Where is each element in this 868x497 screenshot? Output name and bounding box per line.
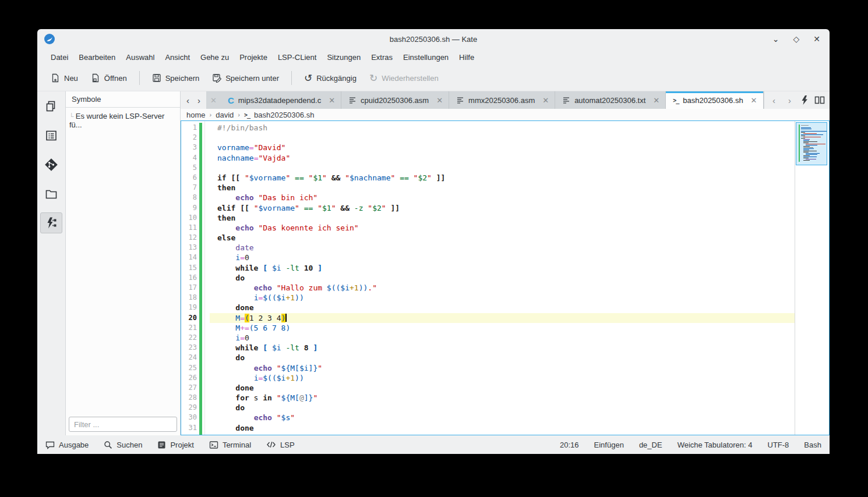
tabs-scroll-left-icon[interactable]: ‹ — [183, 96, 193, 105]
code-line[interactable]: 5 — [181, 163, 795, 173]
code-line[interactable]: 1#!/bin/bash — [181, 123, 795, 133]
minimap-viewport[interactable] — [796, 122, 827, 165]
new-document-icon — [51, 73, 60, 83]
code-line[interactable]: 6if [[ "$vorname" == "$1" && "$nachname"… — [181, 173, 795, 183]
menu-item-einstellungen[interactable]: Einstellungen — [398, 51, 454, 64]
view-history-forward-icon[interactable]: › — [785, 96, 795, 105]
filesystem-toolview-button[interactable] — [40, 125, 62, 146]
dictionary[interactable]: de_DE — [639, 441, 662, 449]
titlebar[interactable]: bash20250306.sh — Kate ⌄ ◇ ✕ — [37, 29, 830, 49]
code-line[interactable]: 17 echo "Hallo zum $(($i+1))." — [181, 283, 795, 293]
menu-item-sitzungen[interactable]: Sitzungen — [322, 51, 366, 64]
save-icon — [152, 73, 161, 83]
tab-cpuid20250306.asm[interactable]: cpuid20250306.asm✕ — [341, 91, 449, 109]
code-line[interactable]: 29 do — [181, 403, 795, 413]
code-text: i=$(($i+1)) — [210, 373, 795, 383]
code-line[interactable]: 3vorname="David" — [181, 143, 795, 152]
menu-item-hilfe[interactable]: Hilfe — [454, 51, 479, 64]
breadcrumb-dir-david[interactable]: david — [216, 111, 234, 119]
menu-item-datei[interactable]: Datei — [45, 51, 73, 64]
quick-open-icon[interactable] — [800, 95, 809, 105]
code-line[interactable]: 8 echo "Das bin ich" — [181, 193, 795, 203]
statusbar-panel-lsp[interactable]: LSP — [266, 441, 295, 449]
tabbar-actions: ‹ › — [764, 91, 830, 109]
breadcrumb-file[interactable]: bash20250306.sh — [254, 111, 314, 119]
redo-button[interactable]: ↻ Wiederherstellen — [364, 70, 444, 87]
split-view-icon[interactable] — [814, 95, 825, 105]
code-line[interactable]: 4nachname="Vajda" — [181, 153, 795, 163]
code-line[interactable]: 22 i=0 — [181, 333, 795, 343]
breadcrumb-dir-home[interactable]: home — [186, 111, 206, 119]
editor-view[interactable]: 1#!/bin/bash23vorname="David"4nachname="… — [181, 120, 830, 435]
tab-mmx20250306.asm[interactable]: mmx20250306.asm✕ — [449, 91, 555, 109]
open-button[interactable]: Öffnen — [86, 70, 132, 86]
scrolled-tab-close-icon[interactable]: ✕ — [206, 96, 221, 105]
encoding[interactable]: UTF-8 — [768, 441, 789, 449]
minimap-scrollbar[interactable] — [795, 121, 829, 435]
tab-bash20250306.sh[interactable]: >_bash20250306.sh✕ — [666, 91, 763, 109]
statusbar-panel-suchen[interactable]: Suchen — [104, 441, 142, 449]
undo-button[interactable]: ↺ Rückgängig — [299, 70, 362, 87]
save-as-button[interactable]: Speichern unter — [207, 70, 284, 86]
tab-mips32datadependend.c[interactable]: Cmips32datadependend.c✕ — [221, 91, 341, 109]
code-line[interactable]: 18 i=$(($i+1)) — [181, 293, 795, 303]
symbols-tree[interactable]: └Es wurde kein LSP-Server fü... — [66, 108, 180, 414]
menu-item-extras[interactable]: Extras — [366, 51, 398, 64]
symbols-toolview-button[interactable] — [40, 212, 62, 233]
new-button[interactable]: Neu — [45, 70, 83, 86]
menu-item-ansicht[interactable]: Ansicht — [160, 51, 195, 64]
tab-close-icon[interactable]: ✕ — [751, 96, 757, 105]
code-line[interactable]: 24 do — [181, 353, 795, 363]
code-line[interactable]: 14 i=0 — [181, 253, 795, 262]
code-line[interactable]: 30 echo "$s" — [181, 413, 795, 423]
menu-item-gehe-zu[interactable]: Gehe zu — [195, 51, 234, 64]
code-line[interactable]: 13 date — [181, 243, 795, 253]
code-line[interactable]: 23 while [ $i -lt 8 ] — [181, 343, 795, 353]
code-line[interactable]: 28 for s in "${M[@]}" — [181, 393, 795, 403]
menu-item-projekte[interactable]: Projekte — [234, 51, 273, 64]
cursor-position[interactable]: 20:16 — [560, 441, 579, 449]
documents-toolview-button[interactable] — [40, 96, 62, 117]
tab-close-icon[interactable]: ✕ — [542, 96, 549, 105]
code-line[interactable]: 10then — [181, 213, 795, 223]
tab-automat20250306.txt[interactable]: automat20250306.txt✕ — [555, 91, 666, 109]
symbols-filter-input[interactable] — [69, 417, 177, 432]
code-line[interactable]: 2 — [181, 133, 795, 143]
code-line[interactable]: 25 echo "${M[$i]}" — [181, 363, 795, 373]
menu-item-auswahl[interactable]: Auswahl — [121, 51, 160, 64]
code-line[interactable]: 7then — [181, 183, 795, 193]
tab-mode[interactable]: Weiche Tabulatoren: 4 — [678, 441, 753, 449]
code-line[interactable]: 31 done — [181, 423, 795, 433]
statusbar-panel-terminal[interactable]: Terminal — [209, 441, 251, 449]
minimap-line — [803, 148, 814, 149]
insert-mode[interactable]: Einfügen — [594, 441, 624, 449]
view-history-back-icon[interactable]: ‹ — [769, 96, 779, 105]
code-line[interactable]: 16 do — [181, 273, 795, 283]
code-line[interactable]: 27 done — [181, 383, 795, 393]
tab-close-icon[interactable]: ✕ — [329, 96, 335, 105]
code-line[interactable]: 20 M=(1 2 3 4) — [181, 313, 795, 323]
line-number: 30 — [181, 413, 197, 423]
git-toolview-button[interactable] — [40, 154, 62, 175]
code-text: echo "${M[$i]}" — [210, 363, 795, 373]
statusbar-panel-projekt[interactable]: Projekt — [157, 441, 193, 449]
minimap-line — [803, 137, 821, 137]
code-line[interactable]: 15 while [ $i -lt 10 ] — [181, 263, 795, 273]
menu-item-bearbeiten[interactable]: Bearbeiten — [73, 51, 121, 64]
menu-item-lsp-client[interactable]: LSP-CLient — [273, 51, 322, 64]
tabs-scroll-right-icon[interactable]: › — [194, 96, 204, 105]
tab-close-icon[interactable]: ✕ — [436, 96, 443, 105]
code-line[interactable]: 11 echo "Das koennte ich sein" — [181, 223, 795, 233]
code-line[interactable]: 19 done — [181, 303, 795, 313]
tab-close-icon[interactable]: ✕ — [653, 96, 659, 105]
statusbar-panel-ausgabe[interactable]: Ausgabe — [45, 441, 89, 449]
code-line[interactable]: 12else — [181, 233, 795, 243]
code-line[interactable]: 26 i=$(($i+1)) — [181, 373, 795, 383]
projects-toolview-button[interactable] — [40, 183, 62, 204]
code-line[interactable]: 21 M+=(5 6 7 8) — [181, 323, 795, 333]
syntax-mode[interactable]: Bash — [804, 441, 821, 449]
minimap-line — [803, 141, 817, 142]
save-button[interactable]: Speichern — [147, 70, 205, 86]
code-line[interactable]: 9elif [[ "$vorname" == "$1" && -z "$2" ]… — [181, 203, 795, 213]
minimap-line — [806, 159, 816, 159]
